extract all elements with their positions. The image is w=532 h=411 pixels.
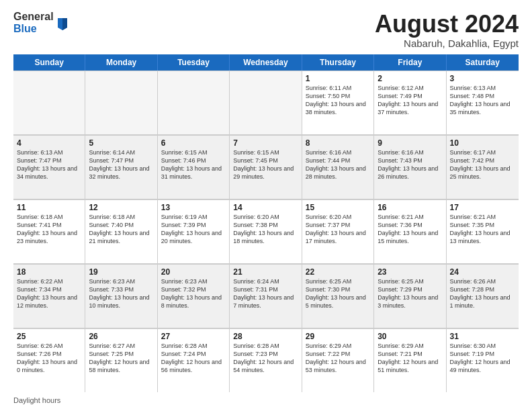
calendar-body: 1Sunrise: 6:11 AM Sunset: 7:50 PM Daylig…: [13, 71, 519, 392]
cal-cell: 1Sunrise: 6:11 AM Sunset: 7:50 PM Daylig…: [302, 71, 374, 134]
day-number: 22: [306, 267, 370, 277]
day-info: Sunrise: 6:13 AM Sunset: 7:47 PM Dayligh…: [17, 148, 81, 181]
cal-cell: 22Sunrise: 6:25 AM Sunset: 7:30 PM Dayli…: [302, 264, 374, 328]
cal-week-1: 1Sunrise: 6:11 AM Sunset: 7:50 PM Daylig…: [13, 71, 519, 135]
svg-marker-1: [62, 18, 67, 30]
day-number: 13: [161, 203, 226, 212]
main-title: August 2024: [375, 11, 519, 38]
cal-cell: 17Sunrise: 6:21 AM Sunset: 7:35 PM Dayli…: [447, 199, 519, 263]
cal-cell: 27Sunrise: 6:28 AM Sunset: 7:24 PM Dayli…: [158, 328, 230, 392]
cal-cell: 9Sunrise: 6:16 AM Sunset: 7:43 PM Daylig…: [374, 135, 446, 199]
logo-icon: [56, 15, 69, 30]
cal-cell: [85, 71, 157, 134]
day-info: Sunrise: 6:29 AM Sunset: 7:22 PM Dayligh…: [306, 342, 370, 375]
cal-cell: 7Sunrise: 6:15 AM Sunset: 7:45 PM Daylig…: [230, 135, 302, 199]
cal-cell: 21Sunrise: 6:24 AM Sunset: 7:31 PM Dayli…: [230, 264, 302, 328]
day-info: Sunrise: 6:23 AM Sunset: 7:32 PM Dayligh…: [161, 277, 226, 310]
cal-header-friday: Friday: [374, 54, 446, 71]
day-info: Sunrise: 6:25 AM Sunset: 7:29 PM Dayligh…: [378, 277, 442, 310]
subtitle: Nabaruh, Dakahlia, Egypt: [375, 38, 519, 49]
day-info: Sunrise: 6:11 AM Sunset: 7:50 PM Dayligh…: [306, 84, 370, 117]
day-info: Sunrise: 6:13 AM Sunset: 7:48 PM Dayligh…: [450, 84, 515, 117]
day-number: 19: [89, 267, 153, 277]
cal-cell: 29Sunrise: 6:29 AM Sunset: 7:22 PM Dayli…: [302, 328, 374, 392]
day-number: 27: [161, 332, 226, 341]
day-info: Sunrise: 6:28 AM Sunset: 7:23 PM Dayligh…: [233, 342, 298, 375]
cal-cell: 13Sunrise: 6:19 AM Sunset: 7:39 PM Dayli…: [158, 199, 230, 263]
day-number: 15: [306, 203, 370, 212]
title-block: August 2024 Nabaruh, Dakahlia, Egypt: [375, 11, 519, 49]
day-number: 6: [161, 138, 226, 148]
day-number: 7: [233, 138, 298, 148]
day-number: 18: [17, 267, 81, 277]
cal-header-wednesday: Wednesday: [230, 54, 302, 71]
day-info: Sunrise: 6:18 AM Sunset: 7:40 PM Dayligh…: [89, 213, 153, 246]
day-info: Sunrise: 6:29 AM Sunset: 7:21 PM Dayligh…: [378, 342, 442, 375]
day-info: Sunrise: 6:14 AM Sunset: 7:47 PM Dayligh…: [89, 148, 153, 181]
cal-week-5: 25Sunrise: 6:26 AM Sunset: 7:26 PM Dayli…: [13, 328, 519, 392]
cal-cell: 26Sunrise: 6:27 AM Sunset: 7:25 PM Dayli…: [85, 328, 157, 392]
day-info: Sunrise: 6:16 AM Sunset: 7:44 PM Dayligh…: [306, 148, 370, 181]
day-number: 21: [233, 267, 298, 277]
day-info: Sunrise: 6:21 AM Sunset: 7:36 PM Dayligh…: [378, 213, 442, 246]
day-number: 12: [89, 203, 153, 212]
logo: General Blue: [13, 11, 69, 34]
cal-cell: 14Sunrise: 6:20 AM Sunset: 7:38 PM Dayli…: [230, 199, 302, 263]
footer-label: Daylight hours: [13, 396, 60, 404]
day-info: Sunrise: 6:23 AM Sunset: 7:33 PM Dayligh…: [89, 277, 153, 310]
cal-header-thursday: Thursday: [302, 54, 374, 71]
cal-week-4: 18Sunrise: 6:22 AM Sunset: 7:34 PM Dayli…: [13, 264, 519, 328]
cal-header-monday: Monday: [85, 54, 157, 71]
day-number: 29: [306, 332, 370, 341]
cal-cell: 28Sunrise: 6:28 AM Sunset: 7:23 PM Dayli…: [230, 328, 302, 392]
day-number: 16: [378, 203, 442, 212]
day-number: 30: [378, 332, 442, 341]
cal-week-3: 11Sunrise: 6:18 AM Sunset: 7:41 PM Dayli…: [13, 199, 519, 264]
day-number: 2: [378, 74, 442, 83]
day-info: Sunrise: 6:30 AM Sunset: 7:19 PM Dayligh…: [450, 342, 515, 375]
cal-cell: 16Sunrise: 6:21 AM Sunset: 7:36 PM Dayli…: [374, 199, 446, 263]
cal-cell: 30Sunrise: 6:29 AM Sunset: 7:21 PM Dayli…: [374, 328, 446, 392]
day-info: Sunrise: 6:15 AM Sunset: 7:46 PM Dayligh…: [161, 148, 226, 181]
cal-cell: [13, 71, 85, 134]
cal-cell: 24Sunrise: 6:26 AM Sunset: 7:28 PM Dayli…: [447, 264, 519, 328]
cal-cell: 11Sunrise: 6:18 AM Sunset: 7:41 PM Dayli…: [13, 199, 85, 263]
logo-general: General: [13, 11, 54, 23]
header: General Blue August 2024 Nabaruh, Dakahl…: [13, 11, 519, 49]
cal-cell: 18Sunrise: 6:22 AM Sunset: 7:34 PM Dayli…: [13, 264, 85, 328]
day-number: 3: [450, 74, 515, 83]
day-info: Sunrise: 6:16 AM Sunset: 7:43 PM Dayligh…: [378, 148, 442, 181]
day-info: Sunrise: 6:20 AM Sunset: 7:37 PM Dayligh…: [306, 213, 370, 246]
day-number: 23: [378, 267, 442, 277]
day-number: 5: [89, 138, 153, 148]
logo-blue: Blue: [13, 23, 54, 35]
calendar-header: SundayMondayTuesdayWednesdayThursdayFrid…: [13, 54, 519, 71]
day-number: 20: [161, 267, 226, 277]
day-info: Sunrise: 6:24 AM Sunset: 7:31 PM Dayligh…: [233, 277, 298, 310]
day-number: 10: [450, 138, 515, 148]
day-number: 26: [89, 332, 153, 341]
day-number: 1: [306, 74, 370, 83]
logo-text: General Blue: [13, 11, 54, 34]
cal-cell: 10Sunrise: 6:17 AM Sunset: 7:42 PM Dayli…: [447, 135, 519, 199]
day-info: Sunrise: 6:18 AM Sunset: 7:41 PM Dayligh…: [17, 213, 81, 246]
cal-cell: [230, 71, 302, 134]
cal-cell: 6Sunrise: 6:15 AM Sunset: 7:46 PM Daylig…: [158, 135, 230, 199]
day-info: Sunrise: 6:27 AM Sunset: 7:25 PM Dayligh…: [89, 342, 153, 375]
cal-cell: 31Sunrise: 6:30 AM Sunset: 7:19 PM Dayli…: [447, 328, 519, 392]
cal-cell: 4Sunrise: 6:13 AM Sunset: 7:47 PM Daylig…: [13, 135, 85, 199]
day-info: Sunrise: 6:15 AM Sunset: 7:45 PM Dayligh…: [233, 148, 298, 181]
day-number: 31: [450, 332, 515, 341]
day-info: Sunrise: 6:26 AM Sunset: 7:26 PM Dayligh…: [17, 342, 81, 375]
day-number: 11: [17, 203, 81, 212]
cal-cell: 25Sunrise: 6:26 AM Sunset: 7:26 PM Dayli…: [13, 328, 85, 392]
cal-cell: 15Sunrise: 6:20 AM Sunset: 7:37 PM Dayli…: [302, 199, 374, 263]
day-number: 14: [233, 203, 298, 212]
day-info: Sunrise: 6:20 AM Sunset: 7:38 PM Dayligh…: [233, 213, 298, 246]
cal-header-tuesday: Tuesday: [158, 54, 230, 71]
day-info: Sunrise: 6:22 AM Sunset: 7:34 PM Dayligh…: [17, 277, 81, 310]
day-info: Sunrise: 6:21 AM Sunset: 7:35 PM Dayligh…: [450, 213, 515, 246]
day-info: Sunrise: 6:17 AM Sunset: 7:42 PM Dayligh…: [450, 148, 515, 181]
cal-cell: 23Sunrise: 6:25 AM Sunset: 7:29 PM Dayli…: [374, 264, 446, 328]
cal-header-saturday: Saturday: [447, 54, 519, 71]
